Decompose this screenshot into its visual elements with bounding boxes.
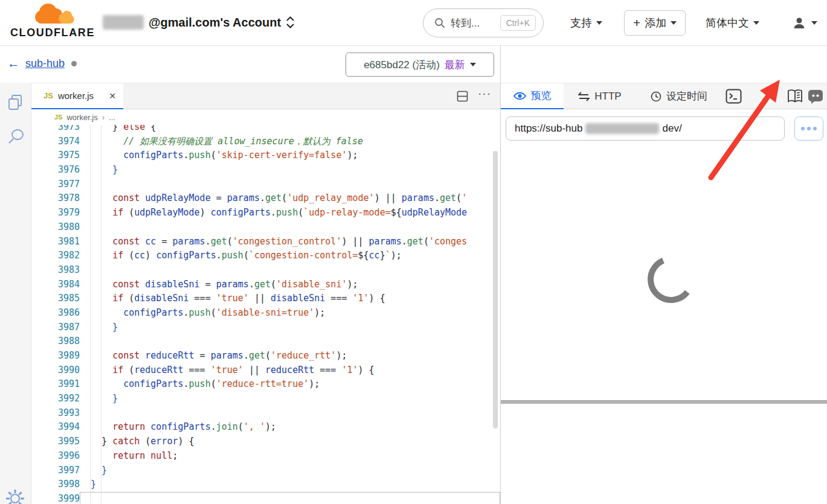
cloudflare-logo[interactable]: CLOUDFLARE: [7, 2, 98, 42]
preview-tab-label: 预览: [531, 89, 552, 103]
tab-worker-js[interactable]: JS worker.js ✕: [31, 83, 123, 109]
code-text: configParts.push('skip-cert-verify=false…: [80, 148, 500, 163]
http-tab-label: HTTP: [594, 91, 621, 103]
editor-scrollbar-thumb[interactable]: [493, 151, 498, 429]
url-suffix: dev/: [662, 123, 681, 135]
code-text: } else {: [80, 125, 500, 135]
cloudflare-workers-editor-page: CLOUDFLARE @gmail.com's Account 转到... Ct…: [0, 0, 827, 504]
code-line[interactable]: 3981 const cc = params.get('congestion_c…: [31, 235, 500, 249]
code-text: configParts.push('disable-sni=true');: [80, 306, 500, 321]
user-menu[interactable]: [793, 0, 817, 46]
close-tab-icon[interactable]: ✕: [109, 91, 116, 101]
code-line[interactable]: 3990 if (reduceRtt === 'true' || reduceR…: [31, 363, 500, 378]
code-line[interactable]: 3994 return configParts.join(', ');: [31, 420, 500, 435]
support-menu[interactable]: 支持: [570, 0, 602, 46]
split-editor-icon[interactable]: [457, 91, 468, 102]
code-line[interactable]: 3973 } else {: [31, 125, 500, 135]
global-search[interactable]: 转到... Ctrl+K: [423, 8, 544, 37]
code-text: [80, 334, 500, 349]
code-line[interactable]: 3998}: [31, 477, 500, 492]
code-line[interactable]: 3980: [31, 220, 500, 235]
code-text: }: [80, 321, 500, 335]
editor-breadcrumb[interactable]: JS worker.js › ...: [31, 109, 500, 125]
code-line[interactable]: 3974 // 如果没有明确设置 allow_insecure，默认为 fals…: [31, 135, 500, 149]
add-label: 添加: [645, 16, 666, 30]
account-selector[interactable]: @gmail.com's Account: [103, 13, 295, 31]
code-line[interactable]: 3997 }: [31, 464, 500, 478]
code-line[interactable]: 3975 configParts.push('skip-cert-verify=…: [31, 148, 500, 163]
code-text: if (disableSni === 'true' || disableSni …: [80, 292, 500, 306]
code-text: if (udpRelayMode) configParts.push(`udp-…: [80, 206, 500, 220]
code-line[interactable]: 3979 if (udpRelayMode) configParts.push(…: [31, 206, 500, 220]
code-line[interactable]: 3995 } catch (error) {: [31, 435, 500, 449]
chevron-down-icon: [811, 21, 817, 25]
code-line[interactable]: 3993: [31, 406, 500, 421]
code-line[interactable]: 3988: [31, 334, 500, 349]
panel-splitter-handle[interactable]: [501, 400, 827, 404]
breadcrumb-more[interactable]: ...: [109, 113, 115, 122]
code-line[interactable]: 3977: [31, 177, 500, 192]
discord-icon[interactable]: [808, 89, 823, 104]
chevron-down-icon: [753, 21, 759, 25]
version-select[interactable]: e685bd22 (活动) 最新: [346, 53, 494, 77]
code-line[interactable]: 3983: [31, 263, 500, 278]
code-line[interactable]: 3989 const reduceRtt = params.get('reduc…: [31, 349, 500, 363]
line-number: 3976: [31, 163, 80, 177]
code-text: [80, 177, 500, 192]
version-latest-badge: 最新: [445, 58, 465, 72]
code-text: }: [80, 392, 500, 406]
tab-preview[interactable]: 预览: [501, 83, 564, 109]
url-prefix: https://sub-hub: [515, 123, 582, 135]
code-text: } catch (error) {: [80, 435, 500, 449]
cloudflare-wordmark: CLOUDFLARE: [7, 27, 98, 39]
code-text: const disableSni = params.get('disable_s…: [80, 278, 500, 292]
code-text: // 如果没有明确设置 allow_insecure，默认为 false: [80, 135, 500, 149]
language-menu[interactable]: 简体中文: [706, 0, 759, 46]
cloudflare-cloud-icon: [33, 4, 75, 27]
tab-http[interactable]: HTTP: [568, 83, 631, 109]
code-text: }: [80, 477, 500, 492]
preview-url-input[interactable]: https://sub-hub dev/: [506, 116, 785, 141]
add-menu-button[interactable]: + 添加: [624, 10, 686, 36]
files-icon[interactable]: [7, 94, 24, 112]
tab-filename: worker.js: [58, 91, 104, 101]
redacted-url-part: [585, 123, 659, 134]
back-arrow-icon: ←: [7, 56, 20, 71]
code-line[interactable]: 3996 return null;: [31, 449, 500, 464]
code-line[interactable]: 3992 }: [31, 392, 500, 406]
code-line[interactable]: 3986 configParts.push('disable-sni=true'…: [31, 306, 500, 321]
select-chevrons-icon: [286, 16, 295, 29]
line-number: 3975: [31, 148, 80, 163]
search-panel-icon[interactable]: [7, 127, 25, 145]
breadcrumb-file[interactable]: worker.js: [66, 113, 97, 122]
code-line[interactable]: 3987 }: [31, 321, 500, 335]
code-text: configParts.push('reduce-rtt=true');: [80, 377, 500, 392]
line-number: 3981: [31, 235, 80, 249]
code-text: if (reduceRtt === 'true' || reduceRtt ==…: [80, 363, 500, 378]
tab-schedule[interactable]: 设定时间: [636, 83, 722, 109]
code-line[interactable]: 3984 const disableSni = params.get('disa…: [31, 278, 500, 292]
code-line[interactable]: 3991 configParts.push('reduce-rtt=true')…: [31, 377, 500, 392]
settings-gear-icon[interactable]: [5, 488, 25, 504]
code-text: }: [80, 464, 500, 478]
editor-more-actions-icon[interactable]: ···: [478, 87, 491, 100]
line-number: 3983: [31, 263, 80, 278]
terminal-icon[interactable]: [726, 89, 742, 104]
line-number: 3984: [31, 278, 80, 292]
code-editor[interactable]: 3973 } else {3974 // 如果没有明确设置 allow_inse…: [31, 125, 500, 504]
line-number: 3979: [31, 206, 80, 220]
code-line[interactable]: 3999: [31, 492, 500, 504]
plus-icon: +: [633, 16, 640, 30]
code-line[interactable]: 3985 if (disableSni === 'true' || disabl…: [31, 292, 500, 306]
preview-url-row: https://sub-hub dev/: [501, 109, 827, 147]
docs-book-icon[interactable]: [787, 89, 803, 103]
line-number: 3977: [31, 177, 80, 192]
swap-arrows-icon: [578, 92, 590, 101]
line-number: 3978: [31, 191, 80, 206]
code-line[interactable]: 3978 const udpRelayMode = params.get('ud…: [31, 191, 500, 206]
line-number: 3994: [31, 420, 80, 435]
url-more-options-button[interactable]: [794, 116, 823, 141]
back-to-worker-link[interactable]: ← sub-hub: [7, 56, 77, 71]
code-line[interactable]: 3976 }: [31, 163, 500, 177]
code-line[interactable]: 3982 if (cc) configParts.push(`congestio…: [31, 249, 500, 263]
